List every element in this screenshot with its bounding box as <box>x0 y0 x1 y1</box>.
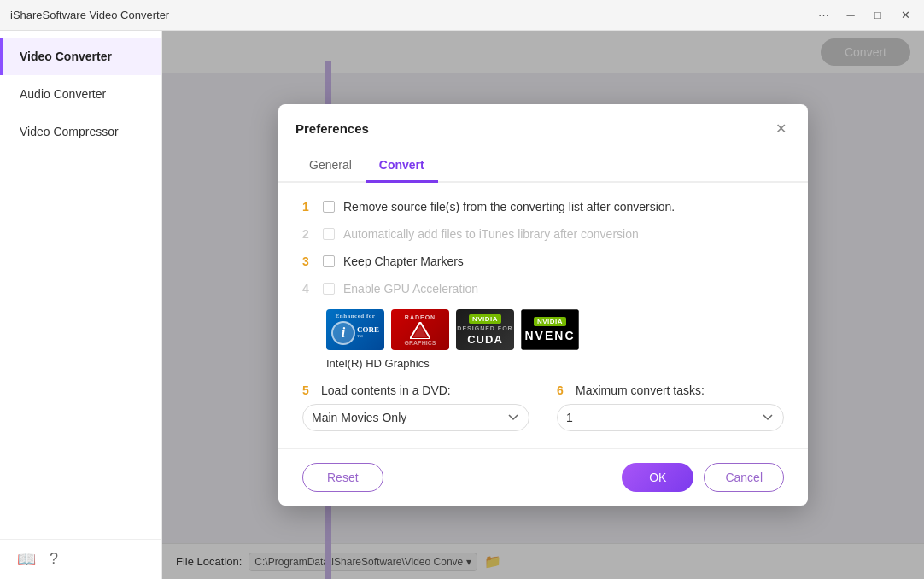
setting-label-2: Automatically add files to iTunes librar… <box>343 227 639 241</box>
max-tasks-number: 6 <box>557 383 569 397</box>
setting-number-1: 1 <box>302 200 314 213</box>
sidebar-item-video-compressor[interactable]: Video Compressor <box>0 113 161 150</box>
max-tasks-label: Maximum convert tasks: <box>576 383 705 397</box>
dialog-header: Preferences ✕ <box>278 104 808 149</box>
nvidia-nvenc-icon: NVIDIA NVENC <box>521 309 579 350</box>
dvd-section: 5 Load contents in a DVD: Main Movies On… <box>302 383 529 431</box>
tab-convert[interactable]: Convert <box>366 149 438 183</box>
maximize-button[interactable]: □ <box>866 3 890 27</box>
more-button[interactable]: ⋯ <box>811 3 835 27</box>
close-button[interactable]: ✕ <box>893 3 917 27</box>
dialog-body: 1 Remove source file(s) from the convert… <box>278 183 808 448</box>
dialog-close-button[interactable]: ✕ <box>770 118 791 138</box>
dvd-select[interactable]: Main Movies Only All Titles Chapters <box>302 404 529 431</box>
sidebar: Video Converter Audio Converter Video Co… <box>0 31 162 579</box>
cancel-button[interactable]: Cancel <box>704 463 784 492</box>
dialog-tabs: General Convert <box>278 149 808 183</box>
sidebar-item-audio-converter[interactable]: Audio Converter <box>0 75 161 113</box>
minimize-button[interactable]: ─ <box>839 3 863 27</box>
help-icon[interactable]: ? <box>50 550 58 569</box>
amd-gpu-icon: RADEON GRAPHICS <box>391 309 449 350</box>
ok-button[interactable]: OK <box>622 463 693 492</box>
setting-checkbox-3[interactable] <box>323 255 335 267</box>
tab-general[interactable]: General <box>295 149 366 183</box>
reset-button[interactable]: Reset <box>302 463 383 492</box>
gpu-icons: Enhanced for i CORE ™ <box>326 309 784 350</box>
max-tasks-select[interactable]: 1 2 3 4 <box>557 404 784 431</box>
gpu-section: Enhanced for i CORE ™ <box>326 309 784 370</box>
settings-row-double: 5 Load contents in a DVD: Main Movies On… <box>302 383 784 431</box>
sidebar-item-video-converter[interactable]: Video Converter <box>0 38 161 75</box>
app-title: iShareSoftware Video Converter <box>10 9 169 21</box>
dvd-label: Load contents in a DVD: <box>321 383 451 397</box>
sidebar-bottom: 📖 ? <box>0 539 161 579</box>
nvidia-cuda-icon: NVIDIA DESIGNED FOR CUDA <box>456 309 514 350</box>
setting-number-2: 2 <box>302 227 314 241</box>
setting-checkbox-1[interactable] <box>323 201 335 213</box>
setting-checkbox-4 <box>323 283 335 295</box>
max-tasks-section: 6 Maximum convert tasks: 1 2 3 4 <box>557 383 784 431</box>
setting-checkbox-2 <box>323 228 335 240</box>
dialog-title: Preferences <box>295 121 369 136</box>
setting-label-3: Keep Chapter Markers <box>343 254 464 268</box>
setting-row-2: 2 Automatically add files to iTunes libr… <box>302 227 784 241</box>
gpu-label: Intel(R) HD Graphics <box>326 357 784 370</box>
book-icon[interactable]: 📖 <box>17 550 36 569</box>
main-content: Convert File Location: C:\ProgramData\iS… <box>162 31 924 579</box>
setting-number-3: 3 <box>302 254 314 268</box>
dialog-footer: Reset OK Cancel <box>278 448 808 506</box>
app-body: Video Converter Audio Converter Video Co… <box>0 31 924 579</box>
window-controls: ⋯ ─ □ ✕ <box>811 3 917 27</box>
max-tasks-label-row: 6 Maximum convert tasks: <box>557 383 784 397</box>
dvd-label-row: 5 Load contents in a DVD: <box>302 383 529 397</box>
setting-label-1: Remove source file(s) from the convertin… <box>343 200 675 213</box>
setting-label-4: Enable GPU Acceleration <box>343 282 478 295</box>
setting-row-3: 3 Keep Chapter Markers <box>302 254 784 268</box>
preferences-dialog: Preferences ✕ General Convert <box>278 104 808 506</box>
setting-row-1: 1 Remove source file(s) from the convert… <box>302 200 784 213</box>
footer-right: OK Cancel <box>622 463 784 492</box>
setting-row-4: 4 Enable GPU Acceleration <box>302 282 784 295</box>
overlay: Preferences ✕ General Convert <box>162 31 924 579</box>
setting-number-4: 4 <box>302 282 314 295</box>
dvd-number: 5 <box>302 383 314 397</box>
intel-gpu-icon: Enhanced for i CORE ™ <box>326 309 384 350</box>
title-bar: iShareSoftware Video Converter ⋯ ─ □ ✕ <box>0 0 924 31</box>
